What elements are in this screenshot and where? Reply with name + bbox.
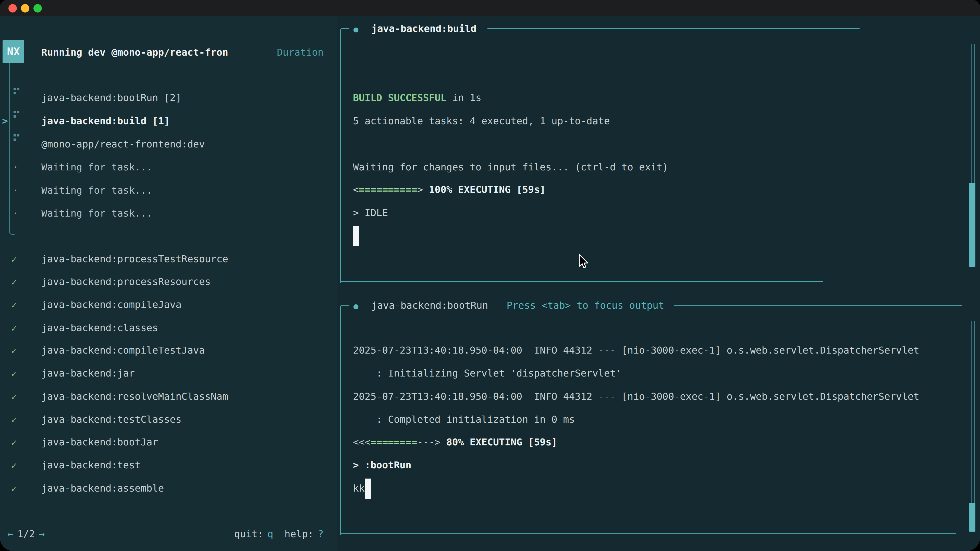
task-row[interactable]: @mono-app/react-frontend:dev — [41, 138, 205, 151]
task-row[interactable]: java-backend:bootJar — [41, 436, 158, 448]
check-icon: ✓ — [11, 368, 17, 380]
task-row[interactable]: java-backend:test — [41, 459, 141, 472]
minimize-window-button[interactable] — [21, 4, 29, 13]
log-line: 2025-07-23T13:40:18.950-04:00 INFO 44312… — [353, 345, 919, 357]
page-next-arrow[interactable]: → — [39, 528, 45, 540]
spinner-icon — [14, 111, 16, 113]
bootrun-panel-title: java-backend:bootRun — [371, 300, 488, 312]
panel-header-line — [674, 305, 962, 306]
task-row[interactable]: java-backend:processTestResource — [41, 253, 228, 265]
task-row[interactable]: java-backend:assemble — [41, 483, 164, 495]
check-icon: ✓ — [11, 437, 17, 448]
spinner-icon — [14, 88, 16, 90]
gradle-progress-bar: <==========> 100% EXECUTING [59s] — [353, 184, 546, 196]
task-row[interactable]: java-backend:bootRun [2] — [41, 92, 181, 104]
progress-label: 80% EXECUTING [59s] — [441, 437, 557, 448]
waiting-dot-icon: · — [13, 161, 19, 173]
progress-close: ---> — [417, 437, 441, 448]
panel-header-line — [487, 28, 859, 29]
task-row[interactable]: java-backend:compileJava — [41, 299, 181, 311]
quit-label: quit: — [234, 528, 263, 540]
nx-logo: NX — [3, 40, 24, 63]
build-success-suffix: in 1s — [446, 92, 481, 103]
log-line: : Initializing Servlet 'dispatcherServle… — [353, 367, 621, 380]
focus-output-hint: Press <tab> to focus output — [507, 300, 664, 312]
build-panel-title: java-backend:build — [371, 23, 476, 35]
task-row[interactable]: java-backend:jar — [41, 367, 135, 380]
task-row[interactable]: java-backend:testClasses — [41, 413, 181, 426]
quit-key: q — [267, 528, 273, 540]
check-icon: ✓ — [11, 276, 17, 288]
task-row[interactable]: java-backend:compileTestJava — [41, 345, 205, 357]
panel-border — [340, 305, 349, 535]
progress-close: > — [417, 184, 423, 195]
task-dot-icon: ● — [353, 24, 358, 35]
check-icon: ✓ — [11, 254, 17, 265]
spinner-icon — [14, 134, 16, 137]
panel-footer-line — [340, 281, 823, 282]
scrollbar-track[interactable] — [971, 321, 975, 525]
duration-column-header: Duration — [277, 46, 324, 59]
zoom-window-button[interactable] — [33, 4, 42, 13]
log-line: 2025-07-23T13:40:18.950-04:00 INFO 44312… — [353, 391, 919, 403]
check-icon: ✓ — [11, 345, 17, 356]
tasks-summary-line: 5 actionable tasks: 4 executed, 1 up-to-… — [353, 115, 610, 127]
scrollbar-thumb[interactable] — [969, 503, 975, 532]
waiting-dot-icon: · — [13, 184, 19, 197]
pagination: ←1/2→ — [7, 528, 45, 540]
waiting-changes-line: Waiting for changes to input files... (c… — [353, 161, 668, 173]
task-row[interactable]: java-backend:processResources — [41, 276, 210, 288]
check-icon: ✓ — [11, 414, 17, 426]
terminal-cursor — [353, 226, 359, 246]
help-key: ? — [318, 528, 324, 540]
progress-fill: ======== — [371, 437, 417, 448]
progress-open: <<< — [353, 437, 371, 448]
selected-chevron-icon: > — [2, 115, 8, 127]
check-icon: ✓ — [11, 299, 17, 311]
waiting-task-row: Waiting for task... — [41, 161, 152, 173]
stdin-input-text[interactable]: kk — [353, 483, 365, 495]
panel-footer-line — [340, 534, 956, 534]
gradle-task-line: > :bootRun — [353, 459, 411, 472]
build-success-text: BUILD SUCCESSFUL — [353, 92, 446, 103]
titlebar — [0, 0, 980, 16]
task-row[interactable]: java-backend:classes — [41, 322, 158, 334]
page-prev-arrow[interactable]: ← — [7, 528, 13, 540]
task-row-selected[interactable]: java-backend:build [1] — [41, 115, 170, 127]
scrollbar-thumb[interactable] — [969, 183, 975, 267]
progress-open: < — [353, 184, 359, 195]
check-icon: ✓ — [11, 483, 17, 494]
waiting-task-row: Waiting for task... — [41, 184, 152, 197]
gradle-progress-bar: <<<========---> 80% EXECUTING [59s] — [353, 436, 557, 448]
keyboard-hints: quit:qhelp:? — [234, 528, 324, 540]
page-indicator: 1/2 — [18, 528, 35, 540]
mouse-cursor — [577, 254, 589, 271]
task-row[interactable]: java-backend:resolveMainClassNam — [41, 391, 228, 403]
close-window-button[interactable] — [8, 4, 17, 13]
help-label: help: — [285, 528, 313, 540]
waiting-dot-icon: · — [13, 207, 19, 220]
waiting-task-row: Waiting for task... — [41, 207, 152, 220]
idle-status-line: > IDLE — [353, 207, 388, 219]
log-line: : Completed initialization in 0 ms — [353, 413, 575, 426]
check-icon: ✓ — [11, 391, 17, 403]
sidebar-title: Running dev @mono-app/react-fron — [41, 46, 228, 59]
terminal-cursor — [365, 478, 371, 499]
progress-label: 100% EXECUTING [59s] — [423, 184, 546, 195]
check-icon: ✓ — [11, 322, 17, 334]
progress-fill: ========== — [359, 184, 417, 195]
check-icon: ✓ — [11, 460, 17, 471]
panel-border — [340, 28, 349, 283]
build-result-line: BUILD SUCCESSFUL in 1s — [353, 92, 481, 104]
task-dot-icon: ● — [353, 301, 358, 311]
app-window: NX Running dev @mono-app/react-fron Dura… — [0, 0, 980, 551]
